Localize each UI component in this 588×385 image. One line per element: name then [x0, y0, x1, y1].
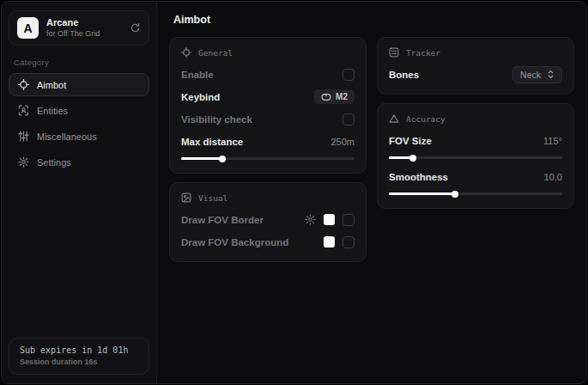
entities-icon [18, 105, 29, 116]
section-title: Visual [198, 193, 227, 203]
bones-select[interactable]: Neck [512, 66, 562, 83]
main-panel: Aimbot General Enable [157, 2, 586, 383]
keybind-label: Keybind [181, 92, 220, 102]
fov-size-value: 115° [543, 136, 562, 146]
smoothness-row: Smoothness 10.0 [389, 168, 562, 186]
sidebar-item-label: Settings [37, 157, 71, 168]
max-distance-label: Max distance [181, 137, 243, 147]
fov-size-row: FOV Size 115° [389, 131, 562, 150]
max-distance-value: 250m [330, 137, 355, 147]
section-title: Tracker [406, 48, 440, 58]
main-header: Aimbot [157, 2, 586, 35]
draw-fov-background-checkbox[interactable] [342, 236, 355, 248]
general-card: General Enable Keybind [169, 37, 367, 174]
tracker-icon [389, 47, 399, 58]
image-icon [181, 192, 191, 203]
fov-size-label: FOV Size [389, 136, 432, 146]
sidebar-item-label: Entities [37, 106, 68, 116]
max-distance-slider[interactable] [181, 157, 355, 160]
sidebar-item-settings[interactable]: Settings [9, 150, 149, 174]
sidebar-item-label: Aimbot [37, 80, 66, 90]
smoothness-value: 10.0 [544, 172, 562, 182]
chevron-up-down-icon [547, 70, 555, 79]
mouse-icon [321, 93, 331, 101]
crosshair-icon [181, 47, 191, 58]
sidebar: A Arcane for Off The Grid Category Aimbo… [2, 2, 157, 383]
draw-fov-background-label: Draw FOV Background [181, 237, 288, 248]
accuracy-card: Accuracy FOV Size 115° Smoothness 10.0 [377, 103, 574, 209]
logo-card: A Arcane for Off The Grid [9, 10, 149, 46]
bones-label: Bones [389, 70, 419, 80]
draw-fov-background-row: Draw FOV Background [181, 233, 355, 251]
triangle-icon [389, 113, 399, 124]
section-title: Accuracy [406, 114, 446, 124]
session-duration-text: Session duration 16s [20, 358, 138, 366]
visual-card: Visual Draw FOV Border [169, 182, 367, 262]
keybind-button[interactable]: M2 [314, 89, 355, 104]
app-logo: A [17, 17, 39, 39]
sub-expires-text: Sub expires in 1d 01h [20, 345, 138, 355]
smoothness-label: Smoothness [389, 172, 448, 182]
smoothness-slider[interactable] [389, 192, 562, 195]
slider-thumb[interactable] [219, 156, 226, 162]
slider-thumb[interactable] [452, 191, 458, 198]
draw-fov-border-row: Draw FOV Border [181, 211, 355, 229]
enable-checkbox[interactable] [342, 69, 355, 81]
sidebar-item-entities[interactable]: Entities [9, 99, 149, 122]
app-window: A Arcane for Off The Grid Category Aimbo… [1, 1, 587, 384]
app-title: Arcane [46, 17, 122, 29]
slider-thumb[interactable] [409, 155, 416, 162]
crosshair-icon [18, 79, 29, 90]
enable-row: Enable [181, 65, 355, 83]
gear-icon [18, 156, 29, 168]
draw-fov-border-checkbox[interactable] [342, 214, 355, 226]
max-distance-row: Max distance 250m [181, 132, 355, 150]
visibility-check-row: Visibility check [181, 110, 355, 128]
refresh-icon[interactable] [130, 22, 141, 34]
draw-fov-border-label: Draw FOV Border [181, 215, 264, 225]
visibility-check-label: Visibility check [181, 114, 252, 125]
fov-background-color-swatch[interactable] [324, 236, 335, 248]
fov-border-color-swatch[interactable] [324, 214, 335, 225]
tracker-card: Tracker Bones Neck [377, 37, 574, 95]
sidebar-item-label: Miscellaneous [37, 131, 97, 142]
gear-icon[interactable] [305, 214, 316, 225]
sidebar-item-aimbot[interactable]: Aimbot [9, 73, 149, 96]
page-title: Aimbot [173, 14, 570, 26]
sidebar-item-miscellaneous[interactable]: Miscellaneous [9, 125, 149, 148]
session-info-card: Sub expires in 1d 01h Session duration 1… [9, 338, 149, 375]
category-label: Category [14, 58, 144, 67]
enable-label: Enable [181, 70, 214, 80]
keybind-row: Keybind M2 [181, 88, 355, 106]
visibility-check-checkbox[interactable] [342, 113, 355, 125]
app-subtitle: for Off The Grid [46, 29, 122, 39]
sliders-icon [18, 131, 29, 142]
bones-row: Bones Neck [389, 65, 562, 83]
section-title: General [198, 48, 233, 58]
fov-size-slider[interactable] [389, 156, 562, 159]
